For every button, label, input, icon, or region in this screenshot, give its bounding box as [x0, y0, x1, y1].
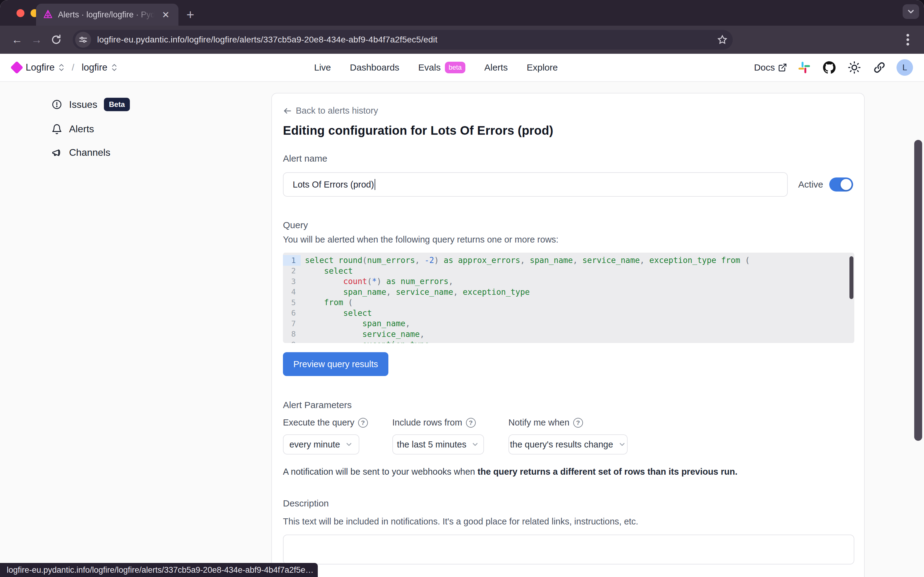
- code-text: span_name, service_name, exception_type: [301, 287, 530, 297]
- org-selector[interactable]: Logfire: [26, 62, 65, 73]
- github-button[interactable]: [821, 60, 837, 76]
- line-number: 4: [283, 287, 301, 298]
- selector-updown-icon: [111, 64, 117, 71]
- sidebar: IssuesBetaAlertsChannels: [0, 82, 263, 158]
- chevron-down-icon: [471, 440, 479, 448]
- active-label: Active: [798, 179, 823, 190]
- selector-updown-icon: [58, 64, 65, 71]
- line-number: 7: [283, 318, 301, 329]
- query-helper: You will be alerted when the following q…: [283, 235, 853, 245]
- forward-button[interactable]: →: [28, 31, 45, 48]
- bookmark-star-button[interactable]: [715, 32, 730, 47]
- code-line: 6 select: [283, 308, 854, 319]
- tab-title: Alerts · logfire/logfire · Pydantic: [58, 10, 155, 19]
- help-icon[interactable]: ?: [466, 418, 476, 428]
- nav-alerts[interactable]: Alerts: [484, 62, 508, 73]
- param-group: Include rows from?the last 5 minutes: [392, 417, 484, 455]
- back-to-alerts-link[interactable]: Back to alerts history: [283, 106, 853, 116]
- reload-icon: [51, 34, 62, 45]
- code-text: from (: [301, 298, 353, 307]
- nav-live[interactable]: Live: [314, 62, 331, 73]
- sidebar-item-alerts[interactable]: Alerts: [51, 123, 263, 135]
- param-label: Notify me when: [508, 417, 569, 428]
- text-cursor: [375, 179, 375, 190]
- param-select-2[interactable]: the query's results change: [508, 434, 627, 455]
- code-scrollbar[interactable]: [850, 256, 853, 299]
- code-line: 2 select: [283, 266, 854, 276]
- param-select-0[interactable]: every minute: [283, 434, 360, 455]
- new-tab-button[interactable]: +: [186, 8, 194, 21]
- sidebar-item-label: Channels: [69, 147, 110, 158]
- alert-name-input[interactable]: Lots Of Errors (prod): [283, 172, 788, 197]
- browser-menu-button[interactable]: [900, 32, 916, 47]
- toggle-knob: [840, 179, 851, 190]
- nav-evals[interactable]: Evalsbeta: [418, 62, 465, 73]
- tune-icon: [79, 35, 88, 44]
- line-number: 1: [283, 255, 301, 266]
- alert-parameters-row: Execute the query?every minuteInclude ro…: [283, 417, 853, 455]
- share-link-button[interactable]: [871, 60, 887, 76]
- nav-label: Dashboards: [350, 62, 399, 73]
- alert-name-label: Alert name: [283, 153, 853, 164]
- alert-parameters-title: Alert Parameters: [283, 400, 853, 410]
- active-toggle[interactable]: [829, 177, 853, 192]
- preview-query-button[interactable]: Preview query results: [283, 352, 389, 376]
- browser-toolbar: ← → logfire-eu.pydantic.info/logfire/log…: [0, 26, 924, 54]
- url-bar[interactable]: logfire-eu.pydantic.info/logfire/logfire…: [73, 30, 733, 50]
- code-text: select: [301, 308, 372, 318]
- line-number: 9: [283, 339, 301, 343]
- chevron-down-icon: [618, 440, 626, 448]
- chevron-down-icon: [906, 7, 916, 16]
- code-text: select: [301, 266, 353, 276]
- project-selector[interactable]: logfire: [82, 62, 117, 73]
- page-title: Editing configuration for Lots Of Errors…: [283, 124, 853, 137]
- page-scrollbar[interactable]: [914, 140, 922, 441]
- code-line: 4 span_name, service_name, exception_typ…: [283, 287, 854, 298]
- sidebar-item-channels[interactable]: Channels: [51, 147, 263, 158]
- help-icon[interactable]: ?: [573, 418, 583, 428]
- param-value: the query's results change: [510, 440, 613, 450]
- user-avatar[interactable]: L: [897, 59, 913, 76]
- nav-dashboards[interactable]: Dashboards: [350, 62, 399, 73]
- description-label: Description: [283, 498, 853, 509]
- tab-close-icon[interactable]: ✕: [160, 8, 172, 21]
- logfire-logo-icon: [10, 61, 23, 74]
- sidebar-item-issues[interactable]: IssuesBeta: [51, 98, 263, 111]
- code-text: service_name,: [301, 330, 424, 339]
- tab-search-button[interactable]: [903, 4, 919, 19]
- star-icon: [717, 34, 727, 45]
- browser-window: Alerts · logfire/logfire · Pydantic ✕ + …: [0, 0, 924, 577]
- nav-label: Live: [314, 62, 331, 73]
- alert-name-value: Lots Of Errors (prod): [293, 180, 374, 190]
- alert-edit-card: Back to alerts history Editing configura…: [271, 93, 865, 577]
- nav-explore[interactable]: Explore: [527, 62, 558, 73]
- url-text[interactable]: logfire-eu.pydantic.info/logfire/logfire…: [97, 35, 709, 45]
- sidebar-item-label: Alerts: [69, 123, 94, 135]
- sun-icon: [848, 61, 861, 74]
- back-button[interactable]: ←: [8, 31, 26, 48]
- docs-link[interactable]: Docs: [754, 62, 787, 73]
- kebab-menu-icon: [906, 33, 909, 47]
- help-icon[interactable]: ?: [358, 418, 368, 428]
- code-text: span_name,: [301, 319, 410, 328]
- sql-query-editor[interactable]: 1select round(num_errors, -2) as approx_…: [283, 253, 854, 343]
- code-text: count(*) as num_errors,: [301, 277, 453, 286]
- theme-toggle-button[interactable]: [847, 60, 862, 76]
- slack-button[interactable]: [796, 60, 812, 76]
- browser-tab[interactable]: Alerts · logfire/logfire · Pydantic ✕: [36, 4, 179, 26]
- site-settings-button[interactable]: [75, 32, 91, 48]
- notification-summary: A notification will be sent to your webh…: [283, 467, 853, 477]
- line-number: 2: [283, 266, 301, 276]
- breadcrumb: Logfire / logfire: [12, 62, 117, 73]
- line-number: 6: [283, 308, 301, 319]
- nav-label: Alerts: [484, 62, 508, 73]
- description-textarea[interactable]: [283, 535, 854, 564]
- param-value: every minute: [289, 440, 340, 450]
- reload-button[interactable]: [48, 31, 65, 48]
- code-line: 7 span_name,: [283, 318, 854, 329]
- param-select-1[interactable]: the last 5 minutes: [392, 434, 484, 455]
- bell-icon: [51, 124, 62, 135]
- alert-circle-icon: [51, 99, 62, 110]
- close-window-button[interactable]: [16, 9, 24, 17]
- nav-label: Evals: [418, 62, 440, 73]
